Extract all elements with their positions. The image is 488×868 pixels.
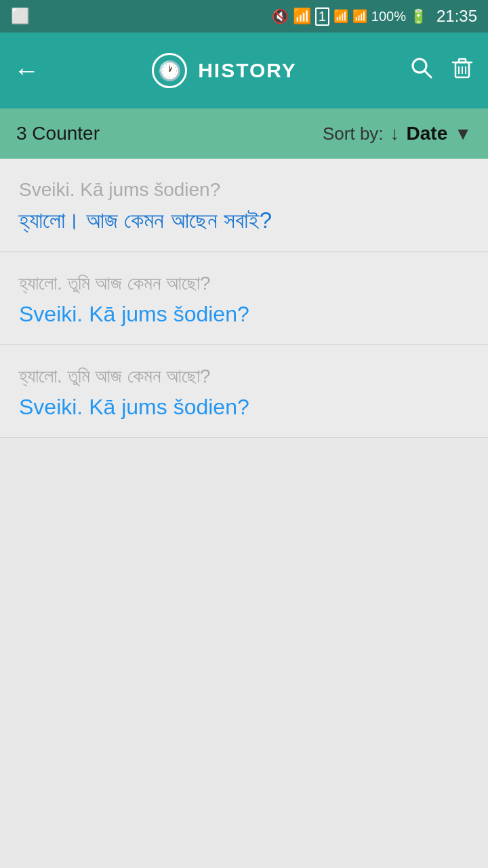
app-bar-right: [409, 56, 474, 86]
mute-icon: 🔇: [272, 8, 289, 24]
history-list: Sveiki. Kā jums šodien? হ্যালো। আজ কেমন …: [0, 159, 488, 438]
list-item[interactable]: হ্যালো. তুমি আজ কেমন আছো? Sveiki. Kā jum…: [0, 345, 488, 438]
source-text: হ্যালো. তুমি আজ কেমন আছো?: [19, 271, 469, 296]
list-item[interactable]: Sveiki. Kā jums šodien? হ্যালো। আজ কেমন …: [0, 159, 488, 252]
signal-icon-2: 📶: [352, 9, 367, 24]
delete-button[interactable]: [450, 56, 474, 85]
sort-dropdown-icon[interactable]: ▼: [454, 123, 472, 144]
status-bar-right: 🔇 📶 1 📶 📶 100% 🔋 21:35: [272, 7, 477, 26]
sort-controls[interactable]: Sort by: ↓ Date ▼: [323, 123, 472, 144]
signal-icon-1: 📶: [333, 9, 348, 24]
source-text: Sveiki. Kā jums šodien?: [19, 178, 469, 202]
status-time: 21:35: [436, 7, 477, 26]
translation-text: Sveiki. Kā jums šodien?: [19, 393, 469, 422]
counter-label: 3 Counter: [16, 123, 100, 144]
app-bar-center: 🕐 HISTORY: [39, 53, 409, 88]
translation-text: Sveiki. Kā jums šodien?: [19, 300, 469, 329]
battery-icon: 🔋: [410, 8, 427, 24]
status-bar: ⬜ 🔇 📶 1 📶 📶 100% 🔋 21:35: [0, 0, 488, 33]
app-bar: ← 🕐 HISTORY: [0, 33, 488, 108]
battery-percent: 100%: [371, 9, 406, 24]
clock-icon: 🕐: [158, 60, 182, 82]
translation-text: হ্যালো। আজ কেমন আছেন সবাই?: [19, 206, 469, 235]
sort-by-label: Sort by:: [323, 123, 384, 144]
svg-line-1: [424, 71, 431, 77]
sort-direction-icon: ↓: [390, 123, 400, 144]
wifi-icon: 📶: [293, 7, 311, 25]
search-button[interactable]: [409, 56, 434, 86]
page-title: HISTORY: [198, 59, 297, 82]
back-button[interactable]: ←: [14, 56, 39, 85]
app-bar-left: ←: [14, 56, 39, 85]
sim-icon: 1: [315, 7, 329, 26]
screen-icon: ⬜: [11, 7, 29, 25]
svg-rect-4: [459, 59, 466, 62]
sort-field-label: Date: [407, 123, 448, 144]
sort-bar: 3 Counter Sort by: ↓ Date ▼: [0, 108, 488, 159]
source-text: হ্যালো. তুমি আজ কেমন আছো?: [19, 364, 469, 389]
list-item[interactable]: হ্যালো. তুমি আজ কেমন আছো? Sveiki. Kā jum…: [0, 252, 488, 345]
history-icon: 🕐: [152, 53, 187, 88]
status-bar-left: ⬜: [11, 7, 29, 25]
